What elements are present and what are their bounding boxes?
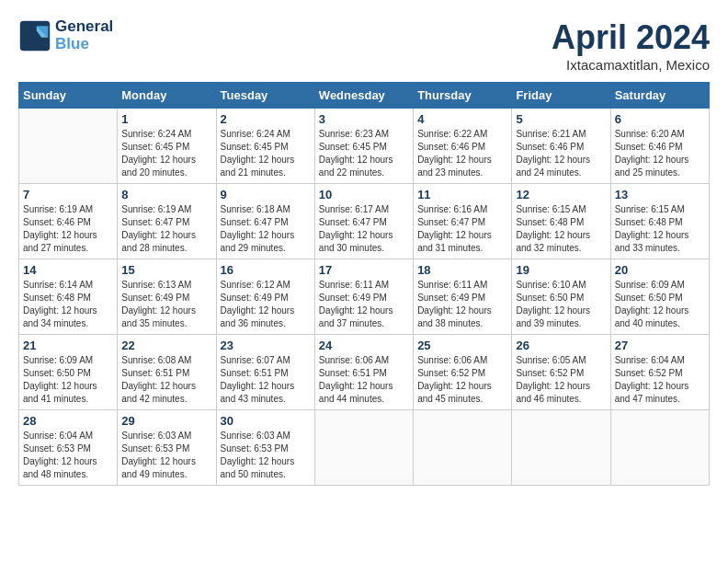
- weekday-header-wednesday: Wednesday: [314, 83, 413, 109]
- day-number: 5: [516, 112, 606, 126]
- calendar-cell: 6Sunrise: 6:20 AMSunset: 6:46 PMDaylight…: [610, 109, 709, 184]
- week-row-1: 1Sunrise: 6:24 AMSunset: 6:45 PMDaylight…: [19, 109, 710, 184]
- calendar-cell: 5Sunrise: 6:21 AMSunset: 6:46 PMDaylight…: [512, 109, 610, 184]
- calendar-cell: [19, 109, 118, 184]
- day-info: Sunrise: 6:05 AMSunset: 6:52 PMDaylight:…: [516, 354, 606, 406]
- calendar-cell: 1Sunrise: 6:24 AMSunset: 6:45 PMDaylight…: [118, 109, 216, 184]
- calendar-cell: [512, 410, 610, 486]
- week-row-3: 14Sunrise: 6:14 AMSunset: 6:48 PMDayligh…: [19, 259, 710, 335]
- weekday-header-sunday: Sunday: [19, 83, 118, 109]
- day-info: Sunrise: 6:19 AMSunset: 6:46 PMDaylight:…: [23, 203, 113, 255]
- day-info: Sunrise: 6:09 AMSunset: 6:50 PMDaylight:…: [615, 279, 705, 330]
- day-info: Sunrise: 6:04 AMSunset: 6:52 PMDaylight:…: [615, 354, 705, 406]
- day-number: 8: [121, 188, 211, 201]
- calendar-cell: 16Sunrise: 6:12 AMSunset: 6:49 PMDayligh…: [216, 259, 314, 335]
- calendar-cell: 27Sunrise: 6:04 AMSunset: 6:52 PMDayligh…: [610, 335, 709, 410]
- calendar-cell: 25Sunrise: 6:06 AMSunset: 6:52 PMDayligh…: [414, 335, 512, 410]
- day-number: 16: [221, 263, 311, 277]
- day-number: 2: [221, 112, 311, 126]
- day-info: Sunrise: 6:24 AMSunset: 6:45 PMDaylight:…: [121, 128, 211, 179]
- day-number: 11: [417, 188, 507, 201]
- calendar-cell: 30Sunrise: 6:03 AMSunset: 6:53 PMDayligh…: [216, 410, 314, 486]
- day-number: 4: [417, 112, 507, 126]
- day-info: Sunrise: 6:03 AMSunset: 6:53 PMDaylight:…: [121, 430, 211, 481]
- day-info: Sunrise: 6:16 AMSunset: 6:47 PMDaylight:…: [417, 203, 507, 255]
- calendar-cell: [610, 410, 709, 486]
- day-number: 23: [221, 339, 311, 352]
- weekday-header-monday: Monday: [118, 83, 216, 109]
- day-info: Sunrise: 6:22 AMSunset: 6:46 PMDaylight:…: [417, 128, 507, 179]
- day-number: 24: [319, 339, 409, 352]
- day-info: Sunrise: 6:13 AMSunset: 6:49 PMDaylight:…: [121, 279, 211, 330]
- day-info: Sunrise: 6:21 AMSunset: 6:46 PMDaylight:…: [516, 128, 606, 179]
- day-info: Sunrise: 6:15 AMSunset: 6:48 PMDaylight:…: [516, 203, 606, 255]
- calendar-cell: 22Sunrise: 6:08 AMSunset: 6:51 PMDayligh…: [118, 335, 216, 410]
- day-number: 30: [221, 414, 311, 428]
- weekday-header-tuesday: Tuesday: [216, 83, 314, 109]
- day-number: 10: [319, 188, 409, 201]
- calendar-cell: 7Sunrise: 6:19 AMSunset: 6:46 PMDaylight…: [19, 184, 118, 259]
- day-info: Sunrise: 6:10 AMSunset: 6:50 PMDaylight:…: [516, 279, 606, 330]
- day-info: Sunrise: 6:15 AMSunset: 6:48 PMDaylight:…: [615, 203, 705, 255]
- day-number: 14: [23, 263, 113, 277]
- calendar-cell: 14Sunrise: 6:14 AMSunset: 6:48 PMDayligh…: [19, 259, 118, 335]
- calendar-cell: 20Sunrise: 6:09 AMSunset: 6:50 PMDayligh…: [610, 259, 709, 335]
- day-number: 28: [23, 414, 113, 428]
- weekday-header-row: SundayMondayTuesdayWednesdayThursdayFrid…: [19, 83, 710, 109]
- day-number: 1: [121, 112, 211, 126]
- calendar-cell: 18Sunrise: 6:11 AMSunset: 6:49 PMDayligh…: [414, 259, 512, 335]
- day-number: 9: [221, 188, 311, 201]
- weekday-header-saturday: Saturday: [610, 83, 709, 109]
- calendar-cell: 9Sunrise: 6:18 AMSunset: 6:47 PMDaylight…: [216, 184, 314, 259]
- day-number: 20: [615, 263, 705, 277]
- day-info: Sunrise: 6:03 AMSunset: 6:53 PMDaylight:…: [221, 430, 311, 481]
- day-info: Sunrise: 6:24 AMSunset: 6:45 PMDaylight:…: [221, 128, 311, 179]
- calendar-cell: [414, 410, 512, 486]
- day-info: Sunrise: 6:11 AMSunset: 6:49 PMDaylight:…: [417, 279, 507, 330]
- day-number: 21: [23, 339, 113, 352]
- day-info: Sunrise: 6:20 AMSunset: 6:46 PMDaylight:…: [615, 128, 705, 179]
- calendar-cell: 4Sunrise: 6:22 AMSunset: 6:46 PMDaylight…: [414, 109, 512, 184]
- day-number: 17: [319, 263, 409, 277]
- day-info: Sunrise: 6:11 AMSunset: 6:49 PMDaylight:…: [319, 279, 409, 330]
- week-row-2: 7Sunrise: 6:19 AMSunset: 6:46 PMDaylight…: [19, 184, 710, 259]
- location: Ixtacamaxtitlan, Mexico: [552, 57, 710, 73]
- calendar-cell: 29Sunrise: 6:03 AMSunset: 6:53 PMDayligh…: [118, 410, 216, 486]
- day-number: 3: [319, 112, 409, 126]
- day-info: Sunrise: 6:17 AMSunset: 6:47 PMDaylight:…: [319, 203, 409, 255]
- calendar-cell: 8Sunrise: 6:19 AMSunset: 6:47 PMDaylight…: [118, 184, 216, 259]
- calendar-cell: 23Sunrise: 6:07 AMSunset: 6:51 PMDayligh…: [216, 335, 314, 410]
- day-number: 12: [516, 188, 606, 201]
- day-info: Sunrise: 6:23 AMSunset: 6:45 PMDaylight:…: [319, 128, 409, 179]
- month-year: April 2024: [552, 18, 710, 57]
- day-info: Sunrise: 6:09 AMSunset: 6:50 PMDaylight:…: [23, 354, 113, 406]
- logo: General Blue: [18, 18, 113, 52]
- day-number: 27: [615, 339, 705, 352]
- day-info: Sunrise: 6:18 AMSunset: 6:47 PMDaylight:…: [221, 203, 311, 255]
- calendar-cell: 17Sunrise: 6:11 AMSunset: 6:49 PMDayligh…: [314, 259, 413, 335]
- day-info: Sunrise: 6:06 AMSunset: 6:52 PMDaylight:…: [417, 354, 507, 406]
- day-number: 6: [615, 112, 705, 126]
- day-info: Sunrise: 6:14 AMSunset: 6:48 PMDaylight:…: [23, 279, 113, 330]
- calendar-cell: 3Sunrise: 6:23 AMSunset: 6:45 PMDaylight…: [314, 109, 413, 184]
- day-number: 7: [23, 188, 113, 201]
- day-info: Sunrise: 6:19 AMSunset: 6:47 PMDaylight:…: [121, 203, 211, 255]
- calendar-cell: [314, 410, 413, 486]
- day-number: 26: [516, 339, 606, 352]
- weekday-header-friday: Friday: [512, 83, 610, 109]
- calendar-cell: 2Sunrise: 6:24 AMSunset: 6:45 PMDaylight…: [216, 109, 314, 184]
- title-block: April 2024 Ixtacamaxtitlan, Mexico: [552, 18, 710, 73]
- day-number: 25: [417, 339, 507, 352]
- calendar-cell: 10Sunrise: 6:17 AMSunset: 6:47 PMDayligh…: [314, 184, 413, 259]
- week-row-4: 21Sunrise: 6:09 AMSunset: 6:50 PMDayligh…: [19, 335, 710, 410]
- logo-text: General Blue: [55, 18, 113, 52]
- calendar-cell: 11Sunrise: 6:16 AMSunset: 6:47 PMDayligh…: [414, 184, 512, 259]
- day-info: Sunrise: 6:04 AMSunset: 6:53 PMDaylight:…: [23, 430, 113, 481]
- calendar-cell: 28Sunrise: 6:04 AMSunset: 6:53 PMDayligh…: [19, 410, 118, 486]
- day-info: Sunrise: 6:08 AMSunset: 6:51 PMDaylight:…: [121, 354, 211, 406]
- day-number: 13: [615, 188, 705, 201]
- weekday-header-thursday: Thursday: [414, 83, 512, 109]
- day-number: 19: [516, 263, 606, 277]
- calendar-table: SundayMondayTuesdayWednesdayThursdayFrid…: [18, 82, 710, 486]
- calendar-cell: 21Sunrise: 6:09 AMSunset: 6:50 PMDayligh…: [19, 335, 118, 410]
